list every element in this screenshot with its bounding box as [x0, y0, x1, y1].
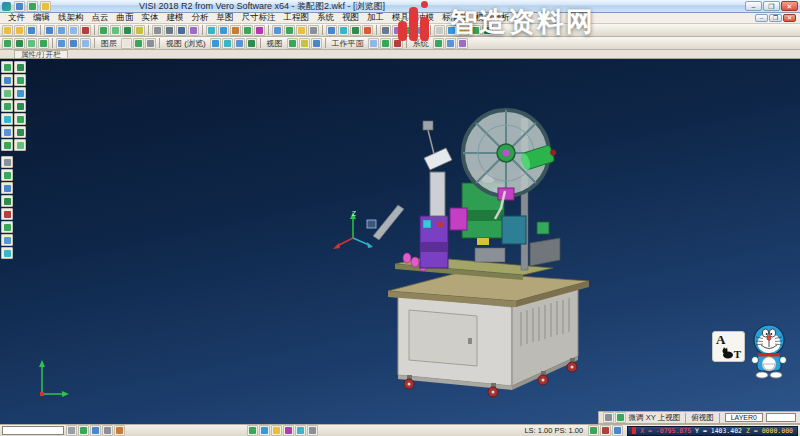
menu-item[interactable]: 文件: [4, 12, 29, 24]
toolbar-icon[interactable]: [326, 25, 337, 36]
toolbar-icon[interactable]: [380, 25, 391, 36]
menu-item[interactable]: 冲模: [413, 12, 438, 24]
menu-item[interactable]: 视图: [338, 12, 363, 24]
toolbar-icon[interactable]: [299, 38, 310, 49]
toolbar-icon[interactable]: [615, 412, 626, 423]
menu-item[interactable]: 模具: [388, 12, 413, 24]
toolbar-icon[interactable]: [350, 25, 361, 36]
toolbar-icon[interactable]: [446, 25, 457, 36]
toolbar-icon[interactable]: [1, 169, 13, 181]
toolbar-icon[interactable]: [2, 25, 13, 36]
toolbar-icon[interactable]: [362, 25, 373, 36]
toolbar-icon[interactable]: [14, 139, 26, 151]
toolbar-icon[interactable]: [307, 425, 318, 436]
toolbar-icon[interactable]: [114, 425, 125, 436]
toolbar-icon[interactable]: [44, 25, 55, 36]
toolbar-icon[interactable]: [470, 25, 481, 36]
toolbar-icon[interactable]: [222, 38, 233, 49]
toolbar-icon[interactable]: [14, 74, 26, 86]
menu-item[interactable]: 实体: [138, 12, 163, 24]
toolbar-icon[interactable]: [1, 182, 13, 194]
toolbar-icon[interactable]: [66, 425, 77, 436]
menu-item[interactable]: 线架构: [54, 12, 88, 24]
toolbar-icon[interactable]: [98, 25, 109, 36]
toolbar-icon[interactable]: [1, 221, 13, 233]
toolbar-icon[interactable]: [14, 113, 26, 125]
close-button[interactable]: ✕: [781, 1, 798, 11]
toolbar-icon[interactable]: [14, 126, 26, 138]
toolbar-icon[interactable]: [14, 25, 25, 36]
toolbar-icon[interactable]: [134, 25, 145, 36]
toolbar-icon[interactable]: [392, 38, 403, 49]
minimize-button[interactable]: –: [745, 1, 762, 11]
toolbar-icon[interactable]: [1, 87, 13, 99]
toolbar-icon[interactable]: [102, 425, 113, 436]
toolbar-icon[interactable]: [230, 25, 241, 36]
menu-item[interactable]: 点云: [88, 12, 113, 24]
toolbar-icon[interactable]: [433, 38, 444, 49]
toolbar-icon[interactable]: [445, 38, 456, 49]
toolbar-icon[interactable]: [27, 1, 38, 12]
toolbar-icon[interactable]: [368, 38, 379, 49]
toolbar-icon[interactable]: [14, 100, 26, 112]
toolbar-icon[interactable]: [259, 425, 270, 436]
menu-item[interactable]: 草图: [213, 12, 238, 24]
toolbar-icon[interactable]: [295, 425, 306, 436]
toolbar-icon[interactable]: [1, 156, 13, 168]
toolbar-icon[interactable]: [176, 25, 187, 36]
toolbar-icon[interactable]: [234, 38, 245, 49]
toolbar-icon[interactable]: [1, 234, 13, 246]
toolbar-icon[interactable]: [14, 61, 26, 73]
toolbar-icon[interactable]: [434, 25, 445, 36]
toolbar-icon[interactable]: [392, 25, 403, 36]
menu-item[interactable]: 分析: [188, 12, 213, 24]
toolbar-icon[interactable]: [1, 139, 13, 151]
toolbar-icon[interactable]: [612, 425, 623, 436]
toolbar-icon[interactable]: [40, 1, 51, 12]
toolbar-icon[interactable]: [164, 25, 175, 36]
menu-item[interactable]: 加工: [363, 12, 388, 24]
toolbar-icon[interactable]: [296, 25, 307, 36]
doc-minimize-button[interactable]: –: [755, 14, 768, 22]
toolbar-icon[interactable]: [600, 425, 611, 436]
toolbar-icon[interactable]: [68, 25, 79, 36]
toolbar-icon[interactable]: [122, 25, 133, 36]
toolbar-icon[interactable]: [121, 38, 132, 49]
toolbar-icon[interactable]: [133, 38, 144, 49]
toolbar-icon[interactable]: [56, 38, 67, 49]
toolbar-icon[interactable]: [247, 425, 258, 436]
toolbar-icon[interactable]: [188, 25, 199, 36]
doc-close-button[interactable]: ✕: [783, 14, 796, 22]
command-input[interactable]: [2, 426, 64, 435]
toolbar-icon[interactable]: [80, 25, 91, 36]
menu-item[interactable]: 编辑: [29, 12, 54, 24]
menu-item[interactable]: 系统: [313, 12, 338, 24]
toolbar-icon[interactable]: [603, 412, 614, 423]
maximize-button[interactable]: ❐: [763, 1, 780, 11]
toolbar-icon[interactable]: [1, 208, 13, 220]
toolbar-icon[interactable]: [482, 25, 493, 36]
toolbar-icon[interactable]: [145, 38, 156, 49]
toolbar-icon[interactable]: [26, 38, 37, 49]
toolbar-icon[interactable]: [308, 25, 319, 36]
toolbar-icon[interactable]: [1, 195, 13, 207]
menu-item[interactable]: 建模: [163, 12, 188, 24]
doc-restore-button[interactable]: ❐: [769, 14, 782, 22]
toolbar-icon[interactable]: [80, 38, 91, 49]
toolbar-icon[interactable]: [404, 25, 415, 36]
toolbar-icon[interactable]: [26, 25, 37, 36]
toolbar-icon[interactable]: [1, 61, 13, 73]
menu-item[interactable]: 尺寸标注: [238, 12, 280, 24]
toolbar-icon[interactable]: [284, 25, 295, 36]
toolbar-icon[interactable]: [110, 25, 121, 36]
toolbar-icon[interactable]: [1, 126, 13, 138]
toolbar-icon[interactable]: [287, 38, 298, 49]
toolbar-icon[interactable]: [458, 25, 469, 36]
toolbar-icon[interactable]: [1, 74, 13, 86]
toolbar-icon[interactable]: [90, 425, 101, 436]
toolbar-icon[interactable]: [254, 25, 265, 36]
toolbar-icon[interactable]: [380, 38, 391, 49]
properties-panel-tab[interactable]: 属性/打开栏: [14, 50, 68, 58]
toolbar-icon[interactable]: [14, 38, 25, 49]
toolbar-icon[interactable]: [271, 425, 282, 436]
